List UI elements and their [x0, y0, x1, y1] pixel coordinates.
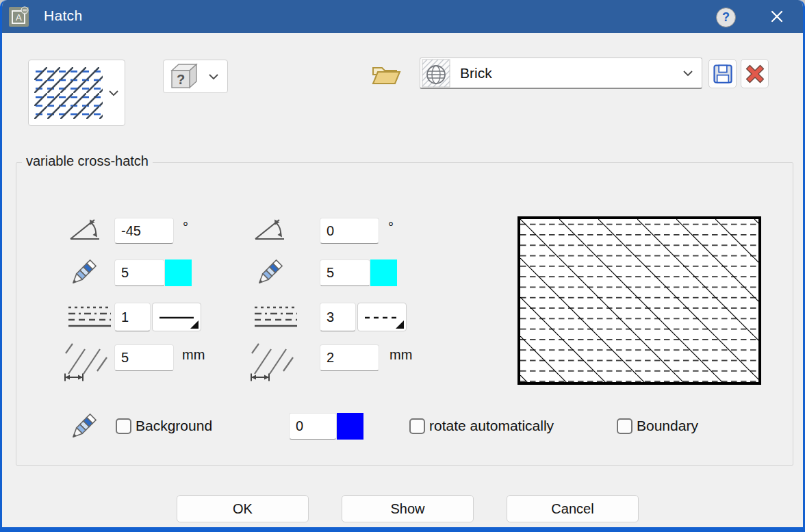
line-type-icon: [253, 304, 298, 330]
save-icon: [713, 64, 733, 84]
background-label: Background: [136, 418, 212, 434]
line-spacing-icon: [62, 341, 110, 382]
spacing-input-1[interactable]: [114, 344, 174, 371]
delete-hatch-button[interactable]: [741, 59, 769, 88]
folder-open-icon: [371, 62, 401, 88]
angle-icon: [68, 215, 101, 242]
pen-icon: [67, 411, 99, 443]
spacing-unit-1: mm: [182, 347, 205, 363]
hatch-name-value: Brick: [460, 65, 682, 81]
app-icon: A: [9, 6, 29, 29]
angle-unit-2: °: [388, 220, 394, 236]
help-icon[interactable]: ?: [716, 8, 736, 27]
line-type-icon: [67, 304, 112, 330]
group-label: variable cross-hatch: [22, 153, 153, 169]
line-style-dropdown-1[interactable]: [152, 303, 201, 331]
cube-question-icon: ?: [168, 62, 199, 90]
chevron-down-icon: [682, 70, 693, 77]
hatch-dialog: A Hatch ?: [0, 0, 805, 532]
pen-color-swatch-2[interactable]: [370, 259, 397, 286]
delete-x-icon: [744, 63, 766, 85]
angle-input-2[interactable]: [320, 218, 379, 244]
hatch-pattern-dropdown[interactable]: [28, 60, 125, 126]
globe-hatch-icon: [422, 59, 450, 88]
pen-width-input-2[interactable]: [320, 259, 370, 286]
boundary-checkbox[interactable]: [617, 418, 632, 434]
cancel-button[interactable]: Cancel: [507, 495, 639, 522]
hatch-name-combobox[interactable]: Brick: [420, 58, 702, 89]
angle-icon: [253, 215, 286, 242]
boundary-label: Boundary: [637, 418, 698, 434]
window-title: Hatch: [44, 8, 82, 24]
open-folder-button[interactable]: [371, 62, 401, 90]
background-color-index-input[interactable]: [289, 413, 337, 440]
line-type-input-1[interactable]: [114, 303, 151, 331]
pen-icon: [67, 257, 99, 289]
variable-cross-hatch-group: variable cross-hatch ° °: [16, 162, 793, 466]
save-hatch-button[interactable]: [708, 59, 737, 88]
ok-button[interactable]: OK: [177, 495, 309, 522]
close-icon[interactable]: [767, 7, 787, 26]
chevron-down-icon: [208, 73, 219, 80]
material-dropdown[interactable]: ?: [163, 60, 228, 93]
svg-text:?: ?: [177, 72, 185, 87]
chevron-down-icon: [108, 90, 119, 97]
line-type-input-2[interactable]: [320, 303, 356, 331]
svg-text:A: A: [16, 12, 22, 23]
help-glyph: ?: [722, 10, 730, 25]
titlebar[interactable]: A Hatch ?: [0, 0, 805, 33]
line-spacing-icon: [248, 341, 296, 382]
hatch-pattern-thumbnail: [34, 67, 103, 119]
show-button[interactable]: Show: [342, 495, 474, 522]
rotate-automatically-checkbox[interactable]: [409, 418, 425, 434]
angle-unit-1: °: [183, 220, 188, 236]
rotate-automatically-label: rotate automatically: [429, 418, 554, 434]
pen-color-swatch-1[interactable]: [165, 259, 192, 286]
background-color-swatch[interactable]: [337, 413, 363, 440]
angle-input-1[interactable]: [114, 218, 174, 244]
spacing-unit-2: mm: [389, 347, 412, 363]
line-style-dropdown-2[interactable]: [357, 303, 407, 331]
background-checkbox[interactable]: [116, 418, 131, 434]
pen-icon: [253, 257, 285, 289]
hatch-preview: [518, 216, 761, 385]
dropdown-corner-icon: [396, 320, 404, 329]
pen-width-input-1[interactable]: [114, 259, 165, 286]
dropdown-corner-icon: [190, 320, 199, 329]
spacing-input-2[interactable]: [320, 344, 379, 371]
